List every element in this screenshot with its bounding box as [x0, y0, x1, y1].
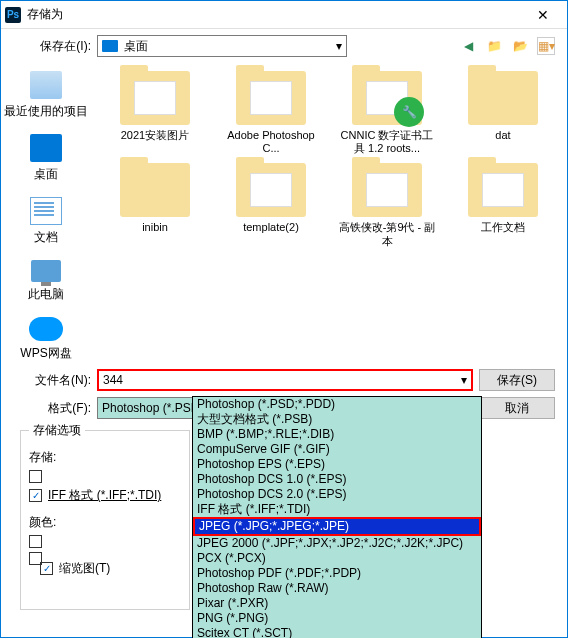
checkbox[interactable] [29, 470, 42, 483]
format-option[interactable]: Pixar (*.PXR) [193, 596, 481, 611]
color-label: 颜色: [29, 514, 56, 531]
format-option[interactable]: PCX (*.PCX) [193, 551, 481, 566]
folder-item[interactable]: 🔧CNNIC 数字证书工具 1.2 roots... [331, 71, 443, 155]
documents-icon [30, 197, 62, 225]
sidebar-documents[interactable]: 文档 [30, 197, 62, 246]
sidebar-wps[interactable]: WPS网盘 [20, 317, 71, 362]
main-area: 最近使用的项目 桌面 文档 此电脑 WPS网盘 2021安装图片 Adobe P… [1, 63, 567, 363]
sidebar-thispc[interactable]: 此电脑 [28, 260, 64, 303]
chevron-down-icon[interactable]: ▾ [461, 373, 467, 387]
window-title: 存储为 [27, 6, 523, 23]
cloud-icon [29, 317, 63, 341]
sidebar-label: 此电脑 [28, 286, 64, 303]
save-in-label: 保存在(I): [13, 38, 91, 55]
format-option[interactable]: Photoshop (*.PSD;*.PDD) [193, 397, 481, 412]
cancel-button[interactable]: 取消 [479, 397, 555, 419]
thumbnail-option[interactable]: 缩览图(T) [40, 560, 110, 577]
view-menu-icon[interactable]: ▦▾ [537, 37, 555, 55]
format-option[interactable]: Photoshop PDF (*.PDF;*.PDP) [193, 566, 481, 581]
save-options: 存储选项 存储: IFF 格式 (*.IFF;*.TDI) 颜色: [20, 422, 190, 610]
folder-item[interactable]: template(2) [215, 163, 327, 247]
recent-icon [30, 71, 62, 99]
file-area[interactable]: 2021安装图片 Adobe Photoshop C... 🔧CNNIC 数字证… [91, 63, 567, 363]
titlebar: Ps 存储为 ✕ [1, 1, 567, 29]
format-dropdown[interactable]: Photoshop (*.PSD;*.PDD) 大型文档格式 (*.PSB) B… [192, 396, 482, 638]
thumbnail-checkbox[interactable] [40, 562, 53, 575]
pc-icon [31, 260, 61, 282]
filename-label: 文件名(N): [13, 372, 91, 389]
format-option[interactable]: 大型文档格式 (*.PSB) [193, 412, 481, 427]
desktop-icon [102, 40, 118, 52]
sidebar-label: 桌面 [34, 166, 58, 183]
format-option[interactable]: Photoshop EPS (*.EPS) [193, 457, 481, 472]
format-option[interactable]: PNG (*.PNG) [193, 611, 481, 626]
sidebar-desktop[interactable]: 桌面 [30, 134, 62, 183]
folder-item[interactable]: 高铁侠改-第9代 - 副本 [331, 163, 443, 247]
filename-input[interactable]: 344 ▾ [97, 369, 473, 391]
tool-badge-icon: 🔧 [394, 97, 424, 127]
folder-item[interactable]: dat [447, 71, 559, 155]
new-folder-icon[interactable]: 📂 [511, 37, 529, 55]
sidebar-label: WPS网盘 [20, 345, 71, 362]
format-option[interactable]: CompuServe GIF (*.GIF) [193, 442, 481, 457]
sidebar-recent[interactable]: 最近使用的项目 [4, 71, 88, 120]
sidebar-label: 文档 [34, 229, 58, 246]
up-icon[interactable]: 📁 [485, 37, 503, 55]
format-option[interactable]: Scitex CT (*.SCT) [193, 626, 481, 638]
store-label: 存储: [29, 449, 56, 466]
folder-item[interactable]: inibin [99, 163, 211, 247]
options-title: 存储选项 [29, 422, 85, 439]
save-button[interactable]: 保存(S) [479, 369, 555, 391]
format-option[interactable]: JPEG 2000 (*.JPF;*.JPX;*.JP2;*.J2C;*.J2K… [193, 536, 481, 551]
nav-toolbar: ◀ 📁 📂 ▦▾ [459, 37, 555, 55]
format-option[interactable]: BMP (*.BMP;*.RLE;*.DIB) [193, 427, 481, 442]
sidebar: 最近使用的项目 桌面 文档 此电脑 WPS网盘 [1, 63, 91, 363]
sidebar-label: 最近使用的项目 [4, 103, 88, 120]
format-label: 格式(F): [13, 400, 91, 417]
iff-checkbox[interactable] [29, 489, 42, 502]
folder-item[interactable]: Adobe Photoshop C... [215, 71, 327, 155]
folder-item[interactable]: 2021安装图片 [99, 71, 211, 155]
location-select[interactable]: 桌面 ▾ [97, 35, 347, 57]
checkbox[interactable] [29, 535, 42, 548]
format-option[interactable]: IFF 格式 (*.IFF;*.TDI) [193, 502, 481, 517]
location-value: 桌面 [124, 38, 148, 55]
format-option-selected[interactable]: JPEG (*.JPG;*.JPEG;*.JPE) [193, 517, 481, 536]
format-option[interactable]: Photoshop DCS 1.0 (*.EPS) [193, 472, 481, 487]
format-option[interactable]: Photoshop DCS 2.0 (*.EPS) [193, 487, 481, 502]
close-button[interactable]: ✕ [523, 1, 563, 29]
desktop-icon [30, 134, 62, 162]
chevron-down-icon: ▾ [336, 39, 342, 53]
photoshop-icon: Ps [5, 7, 21, 23]
format-option[interactable]: Photoshop Raw (*.RAW) [193, 581, 481, 596]
back-icon[interactable]: ◀ [459, 37, 477, 55]
location-row: 保存在(I): 桌面 ▾ ◀ 📁 📂 ▦▾ [1, 29, 567, 63]
folder-item[interactable]: 工作文档 [447, 163, 559, 247]
